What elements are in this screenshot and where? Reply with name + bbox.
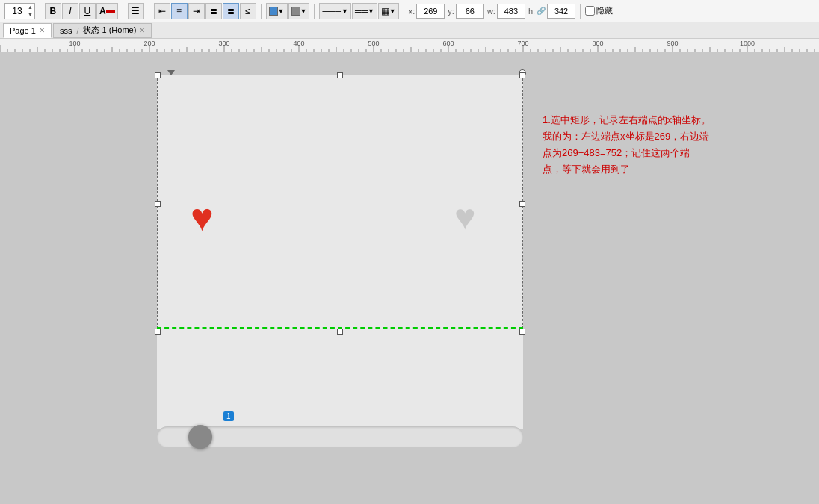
fill-swatch [269, 7, 278, 16]
color-a-label: A [99, 6, 106, 16]
x-input[interactable] [416, 4, 445, 19]
color-bar [106, 10, 115, 13]
hidden-checkbox[interactable] [585, 6, 595, 16]
font-size-input[interactable]: 13 [7, 6, 28, 16]
font-size-arrows[interactable]: ▲ ▼ [28, 4, 33, 19]
info-panel: 1.选中矩形，记录左右端点的x轴坐标。 我的为：左边端点x坐标是269，右边端 … [543, 112, 804, 178]
list-group: ☰ [128, 3, 144, 19]
align-center-button[interactable]: ≡ [171, 3, 188, 19]
tab-page1-label: Page 1 [10, 26, 36, 35]
lock-icon: 🔗 [537, 7, 546, 15]
page-content [157, 75, 523, 429]
info-line1: 1.选中矩形，记录左右端点的x轴坐标。 [543, 114, 711, 125]
list-bullet-button[interactable]: ☰ [128, 3, 144, 19]
hidden-label: 隐藏 [596, 5, 613, 16]
separator-2 [123, 4, 123, 19]
main-area: ♥ ♥ 1 1.选中矩形，记录左右端点的x轴坐标。 我的为：左边端点x坐标是26… [0, 52, 819, 504]
bold-button[interactable]: B [45, 3, 61, 19]
border-dropdown-arrow[interactable]: ▼ [341, 7, 348, 15]
info-line3: 点为269+483=752；记住这两个端 [543, 147, 690, 158]
x-label: x: [409, 7, 415, 16]
border-style-button[interactable]: ─── ▼ [319, 3, 350, 19]
w-input[interactable] [497, 4, 525, 19]
tab-page1[interactable]: Page 1 ✕ [3, 23, 52, 38]
separator-6 [404, 4, 404, 19]
h-input[interactable] [547, 4, 575, 19]
stroke-swatch [291, 7, 300, 16]
y-label: y: [448, 7, 454, 16]
coord-x-group: x: [409, 4, 445, 19]
align-justify-right-button[interactable]: ≤ [240, 3, 256, 19]
stroke-color-button[interactable]: ▼ [288, 3, 310, 19]
y-input[interactable] [456, 4, 484, 19]
slider-thumb[interactable]: 1 [188, 425, 212, 449]
separator-1 [40, 4, 40, 19]
italic-button[interactable]: I [62, 3, 78, 19]
fill-color-button[interactable]: ▼ [266, 3, 288, 19]
toolbar: 13 ▲ ▼ B I U A ☰ ⇤ ≡ ⇥ ≣ ≣ ≤ ▼ [0, 0, 819, 22]
border-all-arrow[interactable]: ▼ [389, 7, 396, 15]
font-size-down-arrow[interactable]: ▼ [28, 11, 33, 19]
tab-sep: / [76, 26, 78, 35]
h-align-group: ⇤ ≡ ⇥ ≣ ≣ ≤ [154, 3, 256, 19]
slider-track[interactable]: 1 [157, 426, 523, 447]
info-line2: 我的为：左边端点x坐标是269，右边端 [543, 131, 709, 142]
info-line4: 点，等下就会用到了 [543, 164, 630, 175]
coord-h-group: h: 🔗 [528, 4, 575, 19]
separator-4 [261, 4, 262, 19]
underline-button[interactable]: U [79, 3, 96, 19]
font-size-control[interactable]: 13 ▲ ▼ [4, 3, 35, 19]
canvas-area[interactable]: ♥ ♥ 1 1.选中矩形，记录左右端点的x轴坐标。 我的为：左边端点x坐标是26… [0, 52, 819, 504]
align-right-button[interactable]: ⇥ [188, 3, 205, 19]
text-color-button[interactable]: A [96, 3, 118, 19]
border-group: ─── ▼ ══ ▼ ▦ ▼ [319, 3, 398, 19]
hidden-control: 隐藏 [585, 5, 613, 16]
stroke-dropdown-arrow[interactable]: ▼ [300, 7, 307, 15]
slider-badge: 1 [223, 411, 234, 421]
tab-sss-close[interactable]: ✕ [139, 26, 145, 34]
separator-5 [314, 4, 315, 19]
fill-dropdown-arrow[interactable]: ▼ [278, 7, 285, 15]
info-text: 1.选中矩形，记录左右端点的x轴坐标。 我的为：左边端点x坐标是269，右边端 … [543, 112, 804, 178]
coord-y-group: y: [448, 4, 484, 19]
border-all-button[interactable]: ▦ ▼ [378, 3, 399, 19]
ruler [0, 39, 819, 52]
tab-home-label: 状态 1 (Home) [83, 25, 136, 36]
tab-sss-label: sss [60, 26, 72, 35]
align-justify-button[interactable]: ≣ [223, 3, 239, 19]
coord-w-group: w: [487, 4, 525, 19]
border-width-arrow[interactable]: ▼ [368, 7, 374, 15]
color-group: ▼ ▼ [266, 3, 310, 19]
ruler-canvas [0, 39, 819, 52]
align-left-button[interactable]: ⇤ [154, 3, 170, 19]
tab-sss[interactable]: sss / 状态 1 (Home) ✕ [53, 23, 152, 38]
w-label: w: [487, 7, 495, 16]
tab-page1-close[interactable]: ✕ [39, 26, 45, 34]
separator-3 [149, 4, 149, 19]
font-size-up-arrow[interactable]: ▲ [28, 4, 33, 11]
border-width-button[interactable]: ══ ▼ [352, 3, 377, 19]
text-format-group: B I U A [45, 3, 118, 19]
h-label: h: [528, 7, 535, 16]
tabs-bar: Page 1 ✕ sss / 状态 1 (Home) ✕ [0, 22, 819, 39]
separator-7 [580, 4, 581, 19]
slider-area: 1 [157, 422, 523, 452]
align-justify-left-button[interactable]: ≣ [205, 3, 222, 19]
